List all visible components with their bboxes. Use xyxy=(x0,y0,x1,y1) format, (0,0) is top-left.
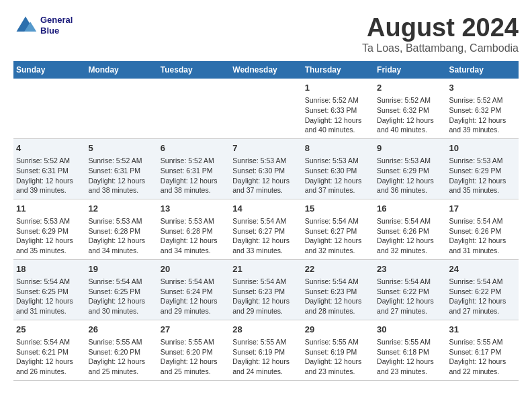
title-section: August 2024 Ta Loas, Battambang, Cambodi… xyxy=(362,13,519,54)
calendar-cell: 10Sunrise: 5:53 AM Sunset: 6:29 PM Dayli… xyxy=(447,138,519,199)
calendar-cell: 27Sunrise: 5:55 AM Sunset: 6:20 PM Dayli… xyxy=(158,320,230,380)
calendar-cell xyxy=(158,79,230,138)
calendar-cell xyxy=(13,79,85,138)
day-content: Sunrise: 5:53 AM Sunset: 6:29 PM Dayligh… xyxy=(16,216,83,256)
day-number: 28 xyxy=(232,324,299,336)
calendar-cell: 8Sunrise: 5:53 AM Sunset: 6:30 PM Daylig… xyxy=(302,138,374,199)
calendar-cell: 12Sunrise: 5:53 AM Sunset: 6:28 PM Dayli… xyxy=(85,199,157,259)
day-content: Sunrise: 5:52 AM Sunset: 6:33 PM Dayligh… xyxy=(305,95,371,135)
day-content: Sunrise: 5:52 AM Sunset: 6:32 PM Dayligh… xyxy=(449,95,516,135)
calendar-cell: 4Sunrise: 5:52 AM Sunset: 6:31 PM Daylig… xyxy=(13,138,85,199)
calendar-cell xyxy=(230,79,302,138)
day-content: Sunrise: 5:53 AM Sunset: 6:29 PM Dayligh… xyxy=(377,156,443,195)
day-number: 14 xyxy=(232,203,299,215)
day-number: 9 xyxy=(377,142,443,154)
day-number: 12 xyxy=(88,203,154,215)
day-number: 16 xyxy=(377,203,443,215)
day-number: 13 xyxy=(161,203,227,215)
day-content: Sunrise: 5:54 AM Sunset: 6:27 PM Dayligh… xyxy=(305,216,371,256)
calendar-cell: 5Sunrise: 5:52 AM Sunset: 6:31 PM Daylig… xyxy=(85,138,157,199)
calendar-cell: 30Sunrise: 5:55 AM Sunset: 6:18 PM Dayli… xyxy=(374,320,446,380)
header-day-sunday: Sunday xyxy=(13,61,85,79)
calendar-cell: 19Sunrise: 5:54 AM Sunset: 6:25 PM Dayli… xyxy=(85,259,157,320)
calendar-cell: 28Sunrise: 5:55 AM Sunset: 6:19 PM Dayli… xyxy=(230,320,302,380)
calendar-cell: 18Sunrise: 5:54 AM Sunset: 6:25 PM Dayli… xyxy=(13,259,85,320)
calendar-cell: 25Sunrise: 5:54 AM Sunset: 6:21 PM Dayli… xyxy=(13,320,85,380)
calendar-header: SundayMondayTuesdayWednesdayThursdayFrid… xyxy=(13,61,519,79)
header-day-monday: Monday xyxy=(85,61,157,79)
day-number: 17 xyxy=(449,203,516,215)
day-number: 22 xyxy=(305,263,371,275)
header: General Blue August 2024 Ta Loas, Battam… xyxy=(13,13,519,54)
main-title: August 2024 xyxy=(362,13,519,42)
calendar-cell: 20Sunrise: 5:54 AM Sunset: 6:24 PM Dayli… xyxy=(158,259,230,320)
calendar-cell: 23Sunrise: 5:54 AM Sunset: 6:22 PM Dayli… xyxy=(374,259,446,320)
day-number: 8 xyxy=(305,142,371,154)
day-number: 2 xyxy=(377,82,443,94)
header-day-friday: Friday xyxy=(374,61,446,79)
day-number: 26 xyxy=(88,324,154,336)
calendar-row: 18Sunrise: 5:54 AM Sunset: 6:25 PM Dayli… xyxy=(13,259,519,320)
day-content: Sunrise: 5:53 AM Sunset: 6:28 PM Dayligh… xyxy=(88,216,154,256)
day-content: Sunrise: 5:55 AM Sunset: 6:17 PM Dayligh… xyxy=(449,337,516,377)
calendar-table: SundayMondayTuesdayWednesdayThursdayFrid… xyxy=(13,61,519,381)
day-content: Sunrise: 5:52 AM Sunset: 6:31 PM Dayligh… xyxy=(161,156,227,195)
calendar-cell: 7Sunrise: 5:53 AM Sunset: 6:30 PM Daylig… xyxy=(230,138,302,199)
day-content: Sunrise: 5:53 AM Sunset: 6:29 PM Dayligh… xyxy=(449,156,516,195)
day-number: 20 xyxy=(161,263,227,275)
day-content: Sunrise: 5:55 AM Sunset: 6:19 PM Dayligh… xyxy=(232,337,299,377)
calendar-cell: 22Sunrise: 5:54 AM Sunset: 6:23 PM Dayli… xyxy=(302,259,374,320)
day-number: 6 xyxy=(161,142,227,154)
day-content: Sunrise: 5:52 AM Sunset: 6:31 PM Dayligh… xyxy=(88,156,154,195)
day-content: Sunrise: 5:55 AM Sunset: 6:20 PM Dayligh… xyxy=(88,337,154,377)
day-number: 5 xyxy=(88,142,154,154)
day-content: Sunrise: 5:54 AM Sunset: 6:24 PM Dayligh… xyxy=(161,277,227,316)
calendar-cell: 24Sunrise: 5:54 AM Sunset: 6:22 PM Dayli… xyxy=(447,259,519,320)
calendar-cell: 15Sunrise: 5:54 AM Sunset: 6:27 PM Dayli… xyxy=(302,199,374,259)
day-content: Sunrise: 5:54 AM Sunset: 6:23 PM Dayligh… xyxy=(232,277,299,316)
calendar-cell: 9Sunrise: 5:53 AM Sunset: 6:29 PM Daylig… xyxy=(374,138,446,199)
day-number: 18 xyxy=(16,263,83,275)
day-content: Sunrise: 5:53 AM Sunset: 6:30 PM Dayligh… xyxy=(232,156,299,195)
header-day-thursday: Thursday xyxy=(302,61,374,79)
day-number: 23 xyxy=(377,263,443,275)
day-content: Sunrise: 5:54 AM Sunset: 6:21 PM Dayligh… xyxy=(16,337,83,377)
day-content: Sunrise: 5:54 AM Sunset: 6:23 PM Dayligh… xyxy=(305,277,371,316)
header-row: SundayMondayTuesdayWednesdayThursdayFrid… xyxy=(13,61,519,79)
day-content: Sunrise: 5:54 AM Sunset: 6:22 PM Dayligh… xyxy=(449,277,516,316)
day-number: 1 xyxy=(305,82,371,94)
calendar-row: 4Sunrise: 5:52 AM Sunset: 6:31 PM Daylig… xyxy=(13,138,519,199)
logo: General Blue xyxy=(13,13,73,38)
day-content: Sunrise: 5:53 AM Sunset: 6:30 PM Dayligh… xyxy=(305,156,371,195)
calendar-cell: 3Sunrise: 5:52 AM Sunset: 6:32 PM Daylig… xyxy=(447,79,519,138)
day-content: Sunrise: 5:54 AM Sunset: 6:26 PM Dayligh… xyxy=(449,216,516,256)
day-number: 31 xyxy=(449,324,516,336)
logo-line1: General xyxy=(40,15,73,26)
day-number: 29 xyxy=(305,324,371,336)
day-number: 30 xyxy=(377,324,443,336)
calendar-cell: 16Sunrise: 5:54 AM Sunset: 6:26 PM Dayli… xyxy=(374,199,446,259)
day-number: 3 xyxy=(449,82,516,94)
day-number: 15 xyxy=(305,203,371,215)
calendar-cell: 6Sunrise: 5:52 AM Sunset: 6:31 PM Daylig… xyxy=(158,138,230,199)
calendar-cell: 11Sunrise: 5:53 AM Sunset: 6:29 PM Dayli… xyxy=(13,199,85,259)
calendar-cell: 29Sunrise: 5:55 AM Sunset: 6:19 PM Dayli… xyxy=(302,320,374,380)
day-content: Sunrise: 5:54 AM Sunset: 6:25 PM Dayligh… xyxy=(16,277,83,316)
calendar-cell: 14Sunrise: 5:54 AM Sunset: 6:27 PM Dayli… xyxy=(230,199,302,259)
calendar-cell: 31Sunrise: 5:55 AM Sunset: 6:17 PM Dayli… xyxy=(447,320,519,380)
calendar-cell: 17Sunrise: 5:54 AM Sunset: 6:26 PM Dayli… xyxy=(447,199,519,259)
day-content: Sunrise: 5:55 AM Sunset: 6:19 PM Dayligh… xyxy=(305,337,371,377)
day-number: 25 xyxy=(16,324,83,336)
day-content: Sunrise: 5:55 AM Sunset: 6:20 PM Dayligh… xyxy=(161,337,227,377)
day-content: Sunrise: 5:54 AM Sunset: 6:22 PM Dayligh… xyxy=(377,277,443,316)
day-number: 19 xyxy=(88,263,154,275)
day-content: Sunrise: 5:54 AM Sunset: 6:27 PM Dayligh… xyxy=(232,216,299,256)
calendar-cell xyxy=(85,79,157,138)
calendar-cell: 21Sunrise: 5:54 AM Sunset: 6:23 PM Dayli… xyxy=(230,259,302,320)
day-number: 4 xyxy=(16,142,83,154)
day-content: Sunrise: 5:54 AM Sunset: 6:25 PM Dayligh… xyxy=(88,277,154,316)
header-day-tuesday: Tuesday xyxy=(158,61,230,79)
header-day-wednesday: Wednesday xyxy=(230,61,302,79)
calendar-cell: 26Sunrise: 5:55 AM Sunset: 6:20 PM Dayli… xyxy=(85,320,157,380)
logo-icon xyxy=(13,13,38,38)
